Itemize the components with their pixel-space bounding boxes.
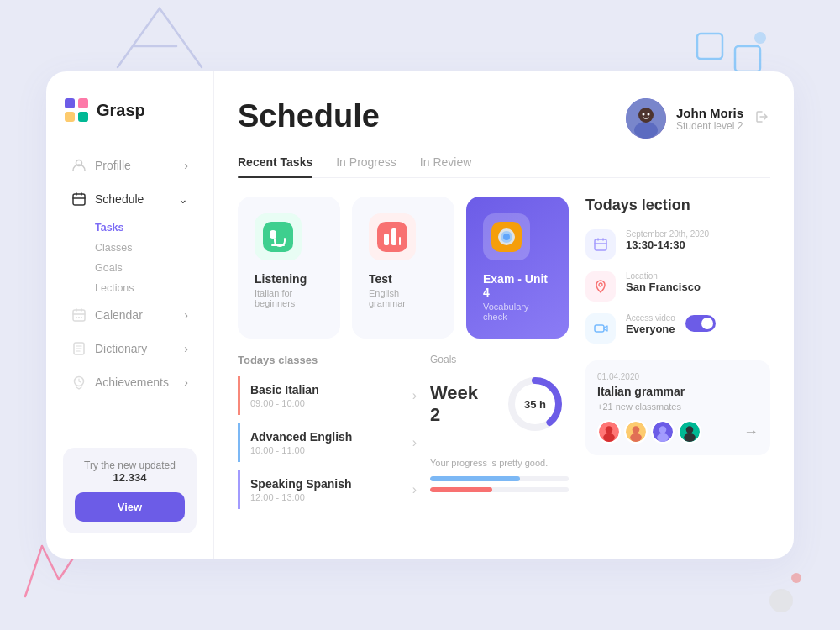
calendar-icon [71,307,87,323]
class-item-english[interactable]: Advanced English 10:00 - 11:00 › [238,423,417,462]
dictionary-icon [71,341,87,356]
lection-video-item: Access video Everyone [585,313,770,344]
svg-rect-6 [65,98,75,108]
goals-week: Week 2 [430,382,491,426]
svg-point-2 [754,32,766,44]
lection-video-icon [585,313,616,344]
subnav-goals[interactable]: Goals [95,258,197,278]
lection-video-label: Access video [626,313,675,323]
sidebar-item-schedule-label: Schedule [95,192,144,206]
svg-point-4 [769,589,793,612]
mini-avatar-4 [678,420,701,444]
lection-location-item: Location San Francisco [585,271,770,302]
user-details: John Moris Student level 2 [676,106,743,132]
classmates-count: +21 new classmates [597,402,759,412]
sidebar-item-calendar-label: Calendar [95,308,143,322]
lection-date-icon [585,229,616,260]
class-english-time: 10:00 - 11:00 [250,445,352,455]
task-card-exam[interactable]: Exam - Unit 4 Vocabulary check [466,197,569,339]
listening-title: Listening [255,272,307,286]
top-header: Schedule [238,98,770,139]
class-spanish-arrow: › [412,482,417,497]
lection-time-value: 13:30-14:30 [626,239,709,251]
goals-label: Goals [430,354,569,365]
view-button[interactable]: View [75,492,185,522]
sidebar-item-schedule[interactable]: Schedule ⌄ [63,184,197,214]
listening-subtitle: Italian for beginners [255,288,323,308]
sidebar-item-achievements[interactable]: Achievements › [63,367,197,397]
lection-title: Todays lection [585,197,770,214]
tab-recent-tasks[interactable]: Recent Tasks [238,155,312,177]
classes-section: Todays classes Basic Italian 09:00 - 10:… [238,354,417,517]
sidebar: Grasp Profille › Schedule ⌄ [46,71,214,559]
class-english-arrow: › [412,435,417,450]
subnav-tasks[interactable]: Tasks [95,218,197,238]
classes-section-title: Todays classes [238,354,417,366]
sidebar-item-calendar[interactable]: Calendar › [63,300,197,330]
lection-video-value: Everyone [626,323,675,335]
schedule-icon [71,192,87,207]
sidebar-item-profile[interactable]: Profille › [63,150,197,181]
sidebar-item-dictionary[interactable]: Dictionary › [63,333,197,364]
sidebar-item-profile-label: Profille [95,159,131,172]
sidebar-item-dictionary-label: Dictionary [95,342,147,355]
svg-rect-1 [735,46,760,71]
classmates-card[interactable]: 01.04.2020 Italian grammar +21 new class… [585,360,770,455]
right-panel: Todays lection September 20th, 2020 13:3… [585,197,770,532]
achievements-icon [71,375,87,390]
class-item-italian[interactable]: Basic Italian 09:00 - 10:00 › [238,376,417,415]
svg-point-14 [78,317,80,318]
main-content: Schedule [214,71,794,559]
donut-label: 35 h [524,398,546,411]
profile-chevron: › [184,159,188,172]
video-toggle[interactable] [685,315,716,332]
svg-point-19 [634,122,658,139]
bottom-section: Todays classes Basic Italian 09:00 - 10:… [238,354,569,521]
test-title: Test [369,272,392,286]
subnav-classes[interactable]: Classes [95,238,197,258]
version-number: 12.334 [75,471,185,484]
svg-point-20 [638,108,654,123]
logo-text: Grasp [97,101,145,120]
sidebar-item-achievements-label: Achievements [95,375,169,389]
svg-rect-9 [78,112,88,122]
dictionary-chevron: › [184,342,188,355]
lection-date-item: September 20th, 2020 13:30-14:30 [585,229,770,260]
exam-title: Exam - Unit 4 [483,272,552,299]
tab-in-progress[interactable]: In Progress [336,155,396,177]
svg-rect-8 [65,112,75,122]
tab-in-review[interactable]: In Review [420,155,471,177]
schedule-chevron: ⌄ [178,192,188,206]
lection-video-details: Access video Everyone [626,313,675,335]
lection-date-label: September 20th, 2020 [626,229,709,239]
class-italian-arrow: › [412,388,417,403]
svg-rect-28 [391,228,396,245]
svg-point-13 [76,317,77,318]
tabs-bar: Recent Tasks In Progress In Review [238,155,770,178]
svg-rect-7 [78,98,88,108]
page-title: Schedule [238,98,380,134]
lection-location-value: San Francisco [626,281,701,293]
classmates-arrow[interactable]: → [743,423,759,441]
task-card-test[interactable]: Test English grammar [352,197,454,339]
avatars-row-wrap: → [597,420,759,444]
toggle-knob [701,318,713,329]
class-item-spanish[interactable]: Speaking Spanish 12:00 - 13:00 › [238,470,417,509]
task-cards: Listening Italian for beginners [238,197,569,339]
progress-bar-2 [430,487,569,492]
svg-point-44 [630,433,642,442]
lection-date-details: September 20th, 2020 13:30-14:30 [626,229,709,251]
mini-avatar-2 [624,420,648,444]
lection-location-label: Location [626,271,701,281]
classmates-date: 01.04.2020 [597,372,759,381]
task-card-listening[interactable]: Listening Italian for beginners [238,197,340,339]
main-card: Grasp Profille › Schedule ⌄ [46,71,794,559]
subnav-lections[interactable]: Lections [95,278,197,298]
logout-icon[interactable] [753,108,770,129]
user-name: John Moris [676,106,743,120]
achievements-chevron: › [184,375,188,389]
goals-section: Goals Week 2 35 h [430,354,569,521]
svg-rect-12 [73,310,85,321]
lection-location-details: Location San Francisco [626,271,701,293]
svg-point-43 [633,426,640,433]
